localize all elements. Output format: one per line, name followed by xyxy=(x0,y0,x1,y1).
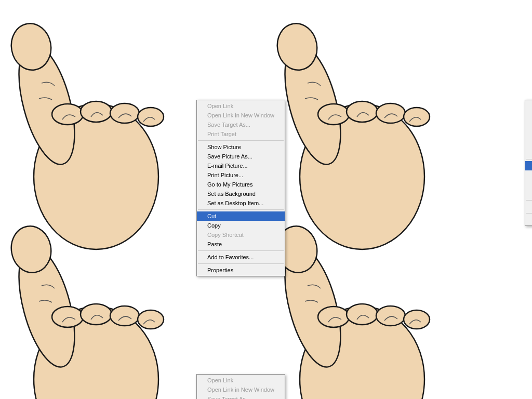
menu-item-r1[interactable] xyxy=(525,101,532,111)
menu-item-go-to-my-pictures[interactable]: Go to My Pictures xyxy=(197,180,285,189)
menu-item-show-picture[interactable]: Show Picture xyxy=(197,142,285,152)
svg-point-25 xyxy=(347,304,378,325)
menu-item-r-copy[interactable] xyxy=(525,170,532,180)
hand-tile-bottomright xyxy=(266,203,458,399)
svg-point-18 xyxy=(81,304,112,325)
svg-point-27 xyxy=(404,310,430,329)
menu-item-b-open-link[interactable]: Open Link xyxy=(197,376,285,385)
context-menu-secondary xyxy=(525,100,532,226)
svg-point-19 xyxy=(110,306,139,326)
menu-item-b-save-target-as[interactable]: Save Target As... xyxy=(197,394,285,399)
menu-item-r5[interactable] xyxy=(525,139,532,148)
menu-item-print-picture[interactable]: Print Picture... xyxy=(197,170,285,180)
menu-item-save-picture-as[interactable]: Save Picture As... xyxy=(197,152,285,161)
menu-item-r-favorites[interactable] xyxy=(525,202,532,211)
menu-item-open-link-new-window[interactable]: Open Link in New Window xyxy=(197,111,285,120)
menu-item-open-link[interactable]: Open Link xyxy=(197,101,285,111)
menu-item-r4[interactable] xyxy=(525,129,532,139)
svg-point-11 xyxy=(347,101,378,122)
separator-4 xyxy=(198,263,284,264)
svg-point-10 xyxy=(318,104,349,125)
svg-point-24 xyxy=(318,307,349,327)
menu-item-r-properties[interactable] xyxy=(525,215,532,224)
menu-item-add-to-favorites[interactable]: Add to Favorites... xyxy=(197,252,285,262)
menu-item-r3[interactable] xyxy=(525,120,532,129)
separator-3 xyxy=(198,250,284,251)
separator-2 xyxy=(198,209,284,210)
menu-item-set-as-desktop-item[interactable]: Set as Desktop Item... xyxy=(197,198,285,208)
svg-point-13 xyxy=(404,108,430,126)
svg-point-12 xyxy=(376,103,405,123)
menu-item-r-paste[interactable] xyxy=(525,189,532,198)
menu-item-set-as-background[interactable]: Set as Background xyxy=(197,189,285,198)
menu-item-save-target-as[interactable]: Save Target As... xyxy=(197,120,285,129)
menu-item-b-open-link-new-window[interactable]: Open Link in New Window xyxy=(197,385,285,394)
separator-r3 xyxy=(526,213,532,214)
menu-item-email-picture[interactable]: E-mail Picture... xyxy=(197,161,285,170)
menu-item-r-copy-shortcut[interactable] xyxy=(525,180,532,189)
hand-tile-topleft xyxy=(0,0,192,197)
menu-item-paste[interactable]: Paste xyxy=(197,240,285,249)
svg-point-26 xyxy=(376,306,405,326)
menu-item-copy[interactable]: Copy xyxy=(197,221,285,230)
svg-point-3 xyxy=(52,104,83,125)
context-menu-bottom: Open Link Open Link in New Window Save T… xyxy=(196,374,285,399)
svg-point-4 xyxy=(81,101,112,122)
context-menu-primary: Open Link Open Link in New Window Save T… xyxy=(196,100,285,276)
svg-point-20 xyxy=(138,310,164,329)
menu-item-r6[interactable] xyxy=(525,148,532,157)
menu-item-copy-shortcut[interactable]: Copy Shortcut xyxy=(197,230,285,240)
menu-item-r-cut[interactable] xyxy=(525,161,532,170)
svg-point-6 xyxy=(138,108,164,126)
menu-item-properties[interactable]: Properties xyxy=(197,265,285,275)
menu-item-cut[interactable]: Cut xyxy=(197,211,285,221)
svg-point-17 xyxy=(52,307,83,327)
menu-item-print-target[interactable]: Print Target xyxy=(197,129,285,139)
svg-point-5 xyxy=(110,103,139,123)
hand-tile-topright xyxy=(266,0,458,197)
hand-tile-bottomleft xyxy=(0,203,192,399)
separator-1 xyxy=(198,140,284,141)
separator-r2 xyxy=(526,200,532,201)
menu-item-r2[interactable] xyxy=(525,111,532,120)
separator-r1 xyxy=(526,159,532,159)
